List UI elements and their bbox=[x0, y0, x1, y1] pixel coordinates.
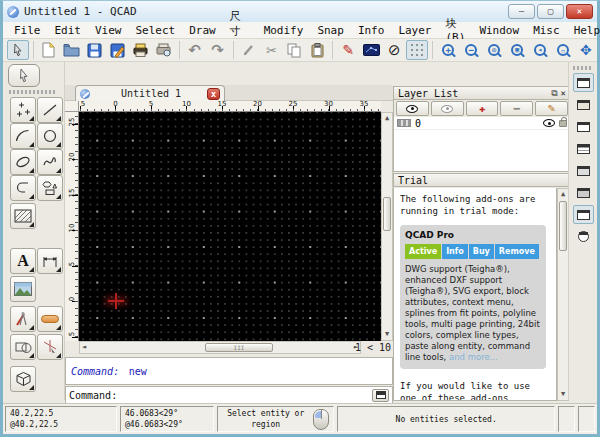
line-tool-button[interactable] bbox=[37, 97, 63, 123]
print-button[interactable] bbox=[130, 40, 152, 60]
menu-layer[interactable]: Layer bbox=[391, 23, 438, 38]
menu-info[interactable]: Info bbox=[351, 23, 392, 38]
close-button[interactable]: ✕ bbox=[566, 4, 593, 19]
dock-drag-handle[interactable] bbox=[573, 66, 593, 70]
scroll-down-arrow[interactable]: ▼ bbox=[558, 389, 568, 400]
redo-button[interactable]: ↷ bbox=[207, 40, 229, 60]
list-panel-toggle[interactable] bbox=[573, 139, 594, 158]
menu-view[interactable]: View bbox=[88, 23, 129, 38]
ellipse-tool-button[interactable] bbox=[10, 149, 36, 175]
hatch-tool-button[interactable] bbox=[10, 203, 36, 229]
and-more-link[interactable]: and more... bbox=[449, 352, 498, 362]
add-layer-button[interactable]: ✚ bbox=[466, 101, 499, 116]
circle-tool-button[interactable] bbox=[37, 123, 63, 149]
scroll-up-arrow[interactable]: ▲ bbox=[558, 189, 568, 200]
menu-edit[interactable]: Edit bbox=[48, 23, 89, 38]
tab-info[interactable]: Info bbox=[442, 244, 468, 259]
layer-row[interactable]: 0 bbox=[394, 117, 570, 130]
hide-all-layers-button[interactable] bbox=[431, 101, 464, 116]
edit-layer-button[interactable]: ✎ bbox=[535, 101, 568, 116]
menu-draw[interactable]: Draw bbox=[182, 23, 223, 38]
zoom-out-button[interactable]: − bbox=[460, 40, 482, 60]
command-options-button[interactable] bbox=[372, 389, 389, 402]
clock-panel-toggle[interactable] bbox=[573, 227, 594, 246]
zoom-window-button[interactable]: ▭ bbox=[552, 40, 574, 60]
save-button[interactable] bbox=[84, 40, 106, 60]
snap-tool-button[interactable] bbox=[37, 334, 63, 360]
horizontal-scroll-thumb[interactable]: III bbox=[205, 343, 273, 352]
draw-pen-button[interactable]: ✎ bbox=[337, 40, 359, 60]
command-input[interactable] bbox=[117, 390, 372, 401]
menu-file[interactable]: File bbox=[7, 23, 48, 38]
menu-window[interactable]: Window bbox=[472, 23, 526, 38]
red-pen-icon: ✎ bbox=[343, 42, 355, 58]
points-tool-button[interactable] bbox=[10, 97, 36, 123]
menu-help[interactable]: Help bbox=[567, 23, 600, 38]
auto-zoom-button[interactable]: ◎ bbox=[483, 40, 505, 60]
tab-remove[interactable]: Remove bbox=[495, 244, 539, 259]
print-preview-button[interactable] bbox=[153, 40, 175, 60]
layer-list-titlebar[interactable]: Layer List ⧉ ✕ bbox=[393, 86, 571, 100]
blueprint-screen-button[interactable] bbox=[360, 40, 382, 60]
image-tool-button[interactable] bbox=[10, 276, 36, 302]
pan-button[interactable]: ✥ bbox=[575, 40, 597, 60]
menu-modify[interactable]: Modify bbox=[257, 23, 311, 38]
drawing-canvas[interactable] bbox=[79, 112, 381, 341]
selection-tool-button[interactable] bbox=[8, 64, 40, 87]
scroll-up-arrow[interactable]: ▲ bbox=[382, 113, 392, 124]
polyline-tool-button[interactable] bbox=[10, 175, 36, 201]
text-tool-button[interactable]: A bbox=[10, 248, 36, 274]
pen-panel-toggle[interactable] bbox=[573, 73, 594, 92]
viewport-3d-tool-button[interactable] bbox=[10, 366, 36, 392]
new-file-button[interactable] bbox=[38, 40, 60, 60]
library-panel-toggle[interactable] bbox=[573, 183, 594, 202]
minimize-button[interactable]: — bbox=[508, 4, 535, 19]
tab-close-button[interactable]: x bbox=[207, 88, 220, 100]
arc-tool-button[interactable] bbox=[10, 123, 36, 149]
undo-button[interactable]: ↶ bbox=[184, 40, 206, 60]
menu-snap[interactable]: Snap bbox=[310, 23, 351, 38]
modify-tool-button[interactable] bbox=[10, 306, 36, 332]
menu-misc[interactable]: Misc bbox=[526, 23, 567, 38]
spline-tool-button[interactable] bbox=[37, 149, 63, 175]
grid-toggle-button[interactable] bbox=[406, 40, 428, 60]
tab-buy[interactable]: Buy bbox=[469, 244, 494, 259]
save-as-button[interactable] bbox=[107, 40, 129, 60]
selection-pointer-button[interactable] bbox=[7, 40, 29, 60]
style-tool-button[interactable] bbox=[37, 306, 63, 332]
paste-button[interactable] bbox=[306, 40, 328, 60]
zoom-selection-button[interactable]: ▣ bbox=[506, 40, 528, 60]
trial-scroll-thumb[interactable] bbox=[559, 201, 567, 251]
previous-view-button[interactable]: ◂ bbox=[529, 40, 551, 60]
shapes-tool-button[interactable] bbox=[37, 175, 63, 201]
remove-layer-button[interactable]: ━ bbox=[500, 101, 533, 116]
panel-float-button[interactable]: ⧉ bbox=[551, 88, 557, 99]
open-file-button[interactable] bbox=[61, 40, 83, 60]
scroll-down-arrow[interactable]: ▼ bbox=[382, 329, 392, 340]
tab-active[interactable]: Active bbox=[405, 244, 441, 259]
pencil-button[interactable] bbox=[238, 40, 260, 60]
layer-visibility-eye-icon[interactable] bbox=[543, 119, 555, 127]
zoom-in-button[interactable]: + bbox=[437, 40, 459, 60]
layer-lock-icon[interactable] bbox=[559, 120, 567, 127]
measure-tool-button[interactable] bbox=[10, 334, 36, 360]
cut-button[interactable]: ✂ bbox=[261, 40, 283, 60]
palette-drag-handle[interactable] bbox=[9, 90, 57, 94]
scroll-left-arrow[interactable]: ◄ bbox=[82, 342, 86, 353]
trial-titlebar[interactable]: Trial bbox=[393, 173, 571, 187]
menu-select[interactable]: Select bbox=[129, 23, 183, 38]
maximize-button[interactable]: ▢ bbox=[537, 4, 564, 19]
show-all-layers-button[interactable] bbox=[396, 101, 429, 116]
document-tab[interactable]: Untitled 1 x bbox=[75, 85, 225, 101]
no-fill-button[interactable]: ⊘ bbox=[383, 40, 405, 60]
filter-panel-toggle[interactable] bbox=[573, 161, 594, 180]
panel-close-button[interactable]: ✕ bbox=[561, 88, 566, 99]
window-panel-toggle[interactable] bbox=[573, 117, 594, 136]
canvas-vertical-scrollbar[interactable]: ▲ ▼ bbox=[381, 112, 393, 341]
canvas-horizontal-scrollbar[interactable]: ◄ III ► bbox=[79, 341, 361, 354]
command-panel-toggle[interactable] bbox=[573, 205, 594, 224]
block-panel-toggle[interactable] bbox=[573, 95, 594, 114]
dimension-tool-button[interactable] bbox=[37, 248, 63, 274]
copy-button[interactable] bbox=[283, 40, 305, 60]
vertical-scroll-thumb[interactable] bbox=[383, 197, 391, 231]
